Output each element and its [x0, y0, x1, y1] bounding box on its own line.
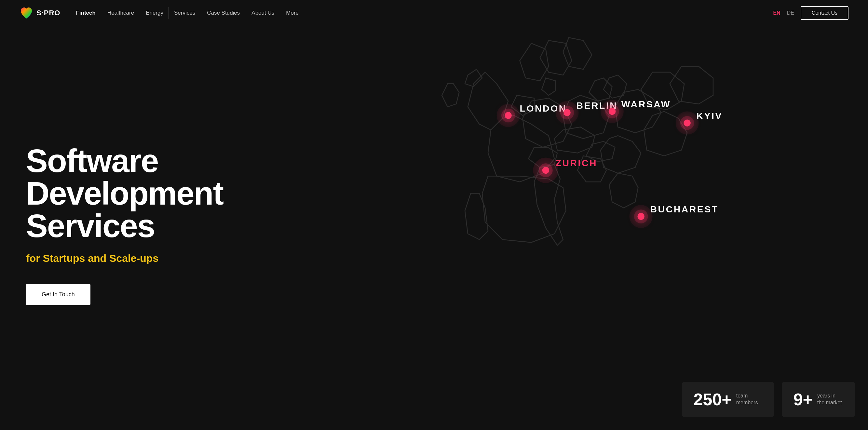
logo[interactable]: S·PRO — [20, 6, 60, 20]
lang-de-button[interactable]: DE — [787, 10, 794, 16]
svg-point-7 — [555, 101, 579, 124]
svg-point-15 — [675, 112, 699, 135]
stat-years: 9+ years in the market — [782, 382, 855, 417]
stats-row: 250+ team members 9+ years in the market — [682, 382, 855, 417]
svg-point-3 — [496, 104, 520, 127]
svg-point-23 — [629, 205, 652, 228]
navbar: S·PRO Fintech Healthcare Energy Services… — [0, 0, 868, 26]
nav-item-services[interactable]: Services — [174, 10, 195, 16]
hero-section: Software Development Services for Startu… — [0, 26, 868, 430]
stat-team-members: 250+ team members — [682, 382, 774, 417]
stat-label-team: team members — [736, 393, 762, 406]
svg-text:WARSAW: WARSAW — [621, 99, 671, 109]
nav-primary: Fintech Healthcare Energy — [76, 10, 163, 16]
nav-item-fintech[interactable]: Fintech — [76, 10, 95, 16]
contact-us-button[interactable]: Contact Us — [801, 6, 848, 20]
lang-en-button[interactable]: EN — [773, 10, 780, 16]
svg-text:KYIV: KYIV — [696, 111, 722, 121]
nav-secondary: Services Case Studies About Us More — [174, 10, 299, 16]
stat-number-years: 9+ — [794, 391, 813, 408]
nav-item-energy[interactable]: Energy — [146, 10, 163, 16]
svg-point-19 — [533, 158, 558, 183]
nav-right: EN DE Contact Us — [773, 6, 848, 20]
nav-item-more[interactable]: More — [286, 10, 299, 16]
stat-number-team: 250+ — [693, 391, 732, 408]
svg-text:BUCHAREST: BUCHAREST — [650, 204, 718, 214]
hero-title: Software Development Services — [26, 145, 458, 242]
nav-item-about-us[interactable]: About Us — [251, 10, 274, 16]
logo-icon — [20, 6, 33, 20]
svg-text:ZURICH: ZURICH — [555, 158, 597, 168]
hero-left: Software Development Services for Startu… — [0, 26, 477, 430]
get-in-touch-button[interactable]: Get In Touch — [26, 284, 90, 305]
hero-subtitle: for Startups and Scale-ups — [26, 252, 458, 265]
nav-item-case-studies[interactable]: Case Studies — [207, 10, 240, 16]
stat-label-years: years in the market — [817, 393, 843, 406]
nav-divider — [168, 7, 169, 19]
svg-point-11 — [600, 100, 624, 123]
nav-item-healthcare[interactable]: Healthcare — [107, 10, 134, 16]
logo-text: S·PRO — [36, 9, 60, 17]
